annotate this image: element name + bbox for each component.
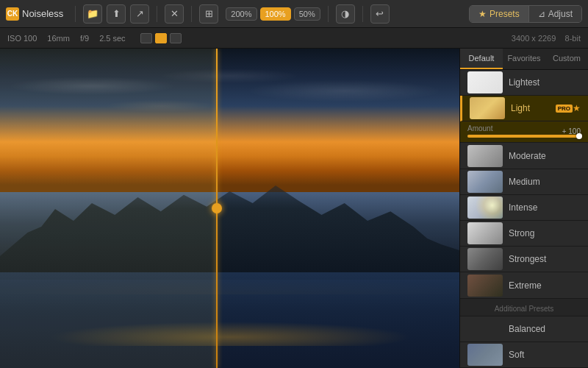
preset-name-light: Light bbox=[511, 103, 553, 113]
focal-value: 16mm bbox=[47, 34, 70, 43]
amount-slider[interactable] bbox=[467, 135, 581, 138]
amount-slider-thumb[interactable] bbox=[576, 133, 582, 139]
open-folder-button[interactable]: 📁 bbox=[83, 4, 102, 24]
preset-thumb-moderate bbox=[467, 145, 503, 167]
star-icon-light: ★ bbox=[573, 103, 581, 113]
presets-button[interactable]: ★ Presets bbox=[470, 6, 529, 22]
preset-name-medium: Medium bbox=[509, 177, 581, 187]
sky-area bbox=[0, 49, 459, 192]
zoom-200-button[interactable]: 200% bbox=[226, 7, 257, 21]
preset-thumb-soft bbox=[467, 344, 503, 366]
sidebar: Default Favorites Custom Lightest Light … bbox=[459, 49, 588, 368]
resolution-value: 3400 x 2269 bbox=[512, 34, 556, 43]
toolbar: CK Noiseless 📁 ⬆ ↗ ✕ ⊞ 200% 100% 50% ◑ ↩… bbox=[0, 0, 588, 28]
app-logo: CK Noiseless bbox=[6, 7, 63, 21]
toolbar-separator-1 bbox=[75, 6, 76, 22]
amount-row: Amount + 100 bbox=[460, 121, 588, 143]
preset-lightest[interactable]: Lightest bbox=[460, 70, 588, 96]
tab-custom[interactable]: Custom bbox=[545, 49, 588, 69]
app-name: Noiseless bbox=[22, 8, 63, 19]
preset-intense[interactable]: Intense bbox=[460, 195, 588, 221]
preset-name-moderate: Moderate bbox=[509, 151, 581, 161]
image-area[interactable] bbox=[0, 49, 459, 368]
split-view-button-1[interactable] bbox=[140, 33, 152, 43]
preset-thumb-lightest bbox=[467, 71, 503, 93]
preset-name-strongest: Strongest bbox=[509, 254, 581, 264]
split-view-button-2[interactable] bbox=[155, 33, 167, 43]
preset-thumb-intense bbox=[467, 197, 503, 219]
toolbar-separator-3 bbox=[191, 6, 192, 22]
preset-thumb-balanced bbox=[467, 318, 503, 340]
preset-name-soft: Soft bbox=[509, 350, 581, 360]
preset-medium[interactable]: Medium bbox=[460, 169, 588, 195]
photo-background bbox=[0, 49, 459, 368]
preset-thumb-extreme bbox=[467, 275, 503, 297]
share-button[interactable]: ↗ bbox=[130, 4, 149, 24]
iso-value: ISO 100 bbox=[7, 34, 37, 43]
preset-extreme[interactable]: Extreme bbox=[460, 272, 588, 298]
zoom-50-button[interactable]: 50% bbox=[294, 7, 320, 21]
preset-name-lightest: Lightest bbox=[509, 77, 581, 88]
color-button[interactable]: ◑ bbox=[336, 4, 355, 24]
split-line[interactable] bbox=[216, 49, 218, 368]
preset-thumb-medium bbox=[467, 171, 503, 193]
app-logo-icon: CK bbox=[6, 7, 19, 21]
split-view-button-3[interactable] bbox=[170, 33, 182, 43]
subbar: ISO 100 16mm f/9 2.5 sec 3400 x 2269 8-b… bbox=[0, 28, 588, 49]
toolbar-separator-2 bbox=[157, 6, 157, 22]
meta-info: ISO 100 16mm f/9 2.5 sec bbox=[7, 34, 126, 43]
preset-thumb-strong bbox=[467, 222, 503, 244]
preset-name-balanced: Balanced bbox=[509, 324, 581, 334]
toolbar-separator-4 bbox=[328, 6, 329, 22]
preset-thumb-strongest bbox=[467, 248, 503, 270]
preset-name-extreme: Extreme bbox=[509, 280, 581, 291]
close-button[interactable]: ✕ bbox=[165, 4, 184, 24]
preset-light[interactable]: Light PRO ★ bbox=[460, 96, 588, 121]
clouds bbox=[0, 56, 459, 157]
preset-name-strong: Strong bbox=[509, 228, 581, 238]
fit-button[interactable]: ⊞ bbox=[199, 4, 218, 24]
resolution-info: 3400 x 2269 8-bit bbox=[512, 34, 581, 43]
export-button[interactable]: ⬆ bbox=[107, 4, 126, 24]
additional-presets-header: Additional Presets bbox=[460, 299, 588, 316]
split-controls bbox=[140, 33, 182, 43]
tab-favorites[interactable]: Favorites bbox=[503, 49, 545, 69]
preset-thumb-light bbox=[470, 97, 505, 119]
preset-moderate[interactable]: Moderate bbox=[460, 143, 588, 169]
aperture-value: f/9 bbox=[80, 34, 89, 43]
preset-strongest[interactable]: Strongest bbox=[460, 247, 588, 272]
main-area: Default Favorites Custom Lightest Light … bbox=[0, 49, 588, 368]
lamp-shape bbox=[467, 197, 503, 219]
preset-strong[interactable]: Strong bbox=[460, 221, 588, 247]
amount-slider-fill bbox=[467, 135, 581, 138]
undo-button[interactable]: ↩ bbox=[370, 4, 390, 24]
adjust-button[interactable]: ⊿ Adjust bbox=[529, 6, 581, 22]
preset-balanced[interactable]: Balanced bbox=[460, 316, 588, 342]
presets-adjust-group: ★ Presets ⊿ Adjust bbox=[469, 5, 582, 23]
split-handle[interactable] bbox=[212, 203, 222, 213]
zoom-controls: 200% 100% 50% bbox=[226, 7, 320, 21]
pro-badge-light: PRO bbox=[556, 105, 573, 113]
toolbar-separator-5 bbox=[362, 6, 363, 22]
preset-soft[interactable]: Soft bbox=[460, 342, 588, 368]
star-icon: ★ bbox=[478, 9, 487, 19]
bit-depth-value: 8-bit bbox=[565, 34, 581, 43]
exposure-value: 2.5 sec bbox=[99, 34, 125, 43]
tab-default[interactable]: Default bbox=[460, 49, 503, 69]
water-lights bbox=[46, 302, 414, 346]
sliders-icon: ⊿ bbox=[538, 9, 545, 19]
sidebar-tabs: Default Favorites Custom bbox=[460, 49, 588, 70]
zoom-100-button[interactable]: 100% bbox=[260, 7, 291, 21]
preset-name-intense: Intense bbox=[509, 202, 581, 213]
